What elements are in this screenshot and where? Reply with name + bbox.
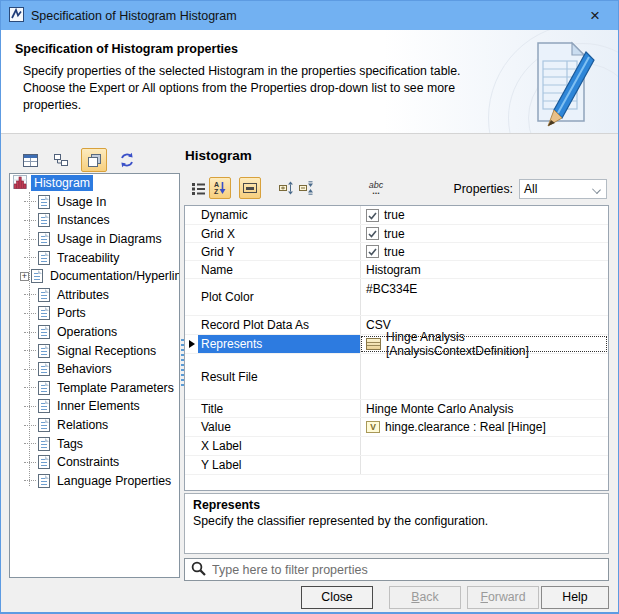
- page-icon: [38, 325, 50, 339]
- property-value: Histogram: [366, 263, 421, 277]
- property-row-grid-y[interactable]: Grid Y true: [185, 243, 608, 261]
- tree-item-inner-elements[interactable]: Inner Elements: [10, 397, 179, 416]
- refresh-icon[interactable]: [116, 149, 138, 171]
- expand-plus-icon[interactable]: +: [20, 272, 29, 281]
- value-property-icon: V: [366, 421, 380, 433]
- property-value: true: [384, 208, 405, 222]
- tree-item-label: Signal Receptions: [54, 343, 159, 359]
- checkbox-checked[interactable]: [366, 227, 379, 240]
- properties-table: Dynamic true Grid X true Grid Y true Nam…: [184, 205, 609, 491]
- tree-item-label: Usage in Diagrams: [54, 231, 165, 247]
- header-title: Specification of Histogram properties: [15, 42, 238, 56]
- tree-item-label: Histogram: [31, 175, 93, 191]
- properties-mode-dropdown[interactable]: All: [519, 179, 607, 199]
- tree-item-instances[interactable]: Instances: [10, 211, 179, 230]
- tree-item-constraints[interactable]: Constraints: [10, 453, 179, 472]
- property-row-result-file[interactable]: Result File: [185, 354, 608, 400]
- categorized-view-icon[interactable]: [187, 177, 209, 199]
- tree-item-documentation[interactable]: +Documentation/Hyperlink: [10, 267, 179, 286]
- specification-tree: Histogram Usage In Instances Usage in Di…: [9, 173, 180, 578]
- property-value: #BC334E: [366, 282, 417, 296]
- chevron-down-icon: [592, 185, 601, 194]
- property-label: X Label: [198, 437, 360, 455]
- tree-item-label: Instances: [54, 212, 113, 228]
- property-label: Y Label: [198, 456, 360, 474]
- page-icon: [38, 437, 50, 451]
- tree-item-label: Usage In: [54, 194, 109, 210]
- row-marker-icon: [189, 340, 195, 348]
- forward-mnemonic: F: [480, 590, 488, 604]
- tree-item-tags[interactable]: Tags: [10, 434, 179, 453]
- tree-item-label: Traceability: [54, 250, 122, 266]
- tree-item-template-parameters[interactable]: Template Parameters: [10, 379, 179, 398]
- tree-item-label: Template Parameters: [54, 380, 177, 396]
- page-icon: [38, 474, 50, 488]
- tree-item-language-properties[interactable]: Language Properties: [10, 472, 179, 491]
- help-button[interactable]: Help: [541, 586, 609, 609]
- tree-item-ports[interactable]: Ports: [10, 304, 179, 323]
- search-icon: [191, 561, 206, 579]
- page-icon: [38, 418, 50, 432]
- property-label: Grid Y: [198, 243, 360, 260]
- property-label: Result File: [198, 354, 360, 399]
- checkbox-checked[interactable]: [366, 245, 379, 258]
- property-label: Dynamic: [198, 206, 360, 224]
- tree-item-label: Behaviors: [54, 361, 115, 377]
- page-icon: [38, 195, 50, 209]
- property-row-x-label[interactable]: X Label: [185, 437, 608, 456]
- table-view-button[interactable]: [19, 149, 41, 171]
- tree-item-label: Attributes: [54, 287, 112, 303]
- tree-item-label: Inner Elements: [54, 398, 143, 414]
- back-button: Back: [389, 586, 461, 609]
- sort-alphabetically-icon[interactable]: AZ: [209, 177, 231, 199]
- description-text: Specify the classifier represented by th…: [193, 514, 600, 528]
- page-icon: [38, 381, 50, 395]
- property-value: true: [384, 245, 405, 259]
- element-name-heading: Histogram: [185, 148, 252, 163]
- filter-properties-input[interactable]: [212, 563, 602, 577]
- close-icon[interactable]: ×: [578, 1, 612, 30]
- dialog-header: Specification of Histogram properties Sp…: [1, 30, 618, 134]
- filter-field-container: [184, 558, 609, 581]
- expand-all-icon[interactable]: [275, 177, 297, 199]
- property-row-grid-x[interactable]: Grid X true: [185, 225, 608, 243]
- checkbox-checked[interactable]: [366, 209, 379, 222]
- stack-view-button[interactable]: [81, 148, 107, 172]
- tree-item-signal-receptions[interactable]: Signal Receptions: [10, 341, 179, 360]
- property-row-name[interactable]: Name Histogram: [185, 261, 608, 279]
- property-label: Title: [198, 400, 360, 417]
- page-icon: [31, 269, 43, 283]
- description-title: Represents: [193, 498, 600, 512]
- close-button[interactable]: Close: [301, 586, 373, 609]
- page-icon: [38, 399, 50, 413]
- property-row-title[interactable]: Title Hinge Monte Carlo Analysis: [185, 400, 608, 418]
- property-value: true: [384, 227, 405, 241]
- property-row-plot-color[interactable]: Plot Color #BC334E: [185, 279, 608, 316]
- property-label: Record Plot Data As: [198, 316, 360, 334]
- tree-item-attributes[interactable]: Attributes: [10, 286, 179, 305]
- page-icon: [38, 455, 50, 469]
- property-row-represents[interactable]: Represents Hinge Analysis [AnalysisConte…: [185, 335, 608, 354]
- tree-item-traceability[interactable]: Traceability: [10, 248, 179, 267]
- property-label: Name: [198, 261, 360, 278]
- collapse-all-icon[interactable]: [295, 177, 317, 199]
- page-icon: [38, 306, 50, 320]
- property-row-y-label[interactable]: Y Label: [185, 456, 608, 475]
- show-description-icon[interactable]: [239, 177, 261, 199]
- tree-item-relations[interactable]: Relations: [10, 416, 179, 435]
- tree-item-behaviors[interactable]: Behaviors: [10, 360, 179, 379]
- title-bar: Specification of Histogram Histogram ×: [1, 1, 618, 30]
- tree-item-usage-in-diagrams[interactable]: Usage in Diagrams: [10, 230, 179, 249]
- tree-item-operations[interactable]: Operations: [10, 323, 179, 342]
- tree-item-usage-in[interactable]: Usage In: [10, 193, 179, 212]
- property-label: Value: [198, 418, 360, 436]
- back-mnemonic: B: [411, 590, 419, 604]
- page-icon: [38, 213, 50, 227]
- containment-tree-button[interactable]: [50, 149, 72, 171]
- page-icon: [38, 344, 50, 358]
- property-row-value[interactable]: Value Vhinge.clearance : Real [Hinge]: [185, 418, 608, 437]
- property-row-dynamic[interactable]: Dynamic true: [185, 206, 608, 225]
- classifier-icon: [366, 338, 381, 350]
- tree-item-histogram[interactable]: Histogram: [10, 174, 179, 193]
- abbreviations-icon[interactable]: abc...: [365, 177, 387, 199]
